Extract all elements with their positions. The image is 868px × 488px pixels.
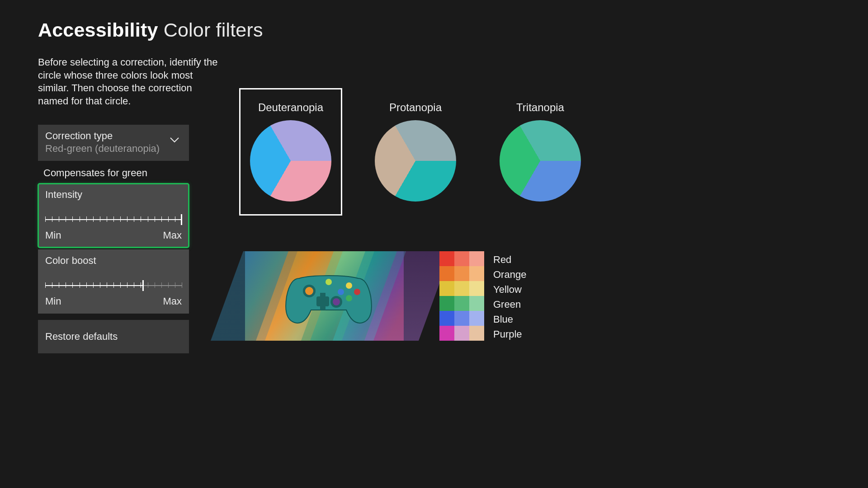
dropdown-label: Correction type bbox=[45, 130, 182, 142]
swatch-label: Yellow bbox=[493, 282, 526, 297]
slider-max-label: Max bbox=[163, 296, 182, 307]
swatch-label: Red bbox=[493, 252, 526, 267]
title-category: Accessibility bbox=[38, 19, 158, 41]
swatch-cell bbox=[439, 281, 454, 296]
preview-image bbox=[245, 251, 404, 341]
svg-point-11 bbox=[326, 279, 332, 285]
swatch-label: Green bbox=[493, 297, 526, 312]
pie-chart-icon bbox=[250, 120, 331, 202]
swatch-label: Purple bbox=[493, 327, 526, 342]
swatch-cell bbox=[454, 296, 469, 311]
color-swatch-legend: RedOrangeYellowGreenBluePurple bbox=[439, 251, 526, 341]
filter-title: Deuteranopia bbox=[249, 101, 333, 114]
swatch-cell bbox=[439, 266, 454, 281]
swatch-cell bbox=[469, 281, 484, 296]
swatch-cell bbox=[469, 266, 484, 281]
swatch-cell bbox=[454, 251, 469, 266]
swatch-cell bbox=[469, 311, 484, 326]
page-title: Accessibility Color filters bbox=[38, 19, 263, 41]
swatch-cell bbox=[454, 311, 469, 326]
svg-point-4 bbox=[346, 282, 352, 289]
svg-point-7 bbox=[338, 289, 344, 295]
slider-min-label: Min bbox=[45, 296, 61, 307]
swatch-cell bbox=[439, 251, 454, 266]
swatch-cell bbox=[439, 326, 454, 341]
slider-thumb[interactable] bbox=[181, 214, 182, 225]
filter-title: Tritanopia bbox=[498, 101, 582, 114]
slider-track[interactable] bbox=[45, 280, 182, 291]
controller-illustration bbox=[281, 265, 376, 328]
swatch-cell bbox=[454, 281, 469, 296]
instructions-text: Before selecting a correction, identify … bbox=[38, 56, 219, 108]
swatch-cell bbox=[469, 326, 484, 341]
pie-chart-icon bbox=[500, 120, 581, 202]
slider-thumb[interactable] bbox=[142, 280, 144, 291]
svg-point-3 bbox=[333, 298, 340, 305]
swatch-cell bbox=[439, 296, 454, 311]
color-boost-slider[interactable]: Color boost Min Max bbox=[38, 249, 189, 314]
title-page: Color filters bbox=[164, 19, 263, 41]
swatch-label: Blue bbox=[493, 312, 526, 327]
slider-max-label: Max bbox=[163, 230, 182, 241]
svg-point-1 bbox=[305, 287, 313, 295]
correction-type-dropdown[interactable]: Correction type Red-green (deuteranopia) bbox=[38, 125, 189, 161]
filter-card-protanopia[interactable]: Protanopia bbox=[364, 89, 467, 215]
chevron-down-icon bbox=[170, 137, 179, 143]
swatch-cell bbox=[469, 296, 484, 311]
svg-point-6 bbox=[346, 295, 352, 301]
restore-defaults-button[interactable]: Restore defaults bbox=[38, 320, 189, 353]
dropdown-value: Red-green (deuteranopia) bbox=[45, 143, 182, 155]
filter-card-tritanopia[interactable]: Tritanopia bbox=[489, 89, 591, 215]
swatch-label: Orange bbox=[493, 267, 526, 282]
swatch-cell bbox=[469, 251, 484, 266]
filter-title: Protanopia bbox=[373, 101, 458, 114]
svg-point-5 bbox=[354, 289, 360, 295]
intensity-slider[interactable]: Intensity Min Max bbox=[38, 183, 189, 248]
slider-label: Color boost bbox=[45, 255, 182, 267]
swatch-cell bbox=[454, 266, 469, 281]
filter-card-deuteranopia[interactable]: Deuteranopia bbox=[240, 89, 342, 215]
svg-rect-10 bbox=[320, 305, 326, 310]
correction-description: Compensates for green bbox=[43, 167, 189, 179]
slider-track[interactable] bbox=[45, 214, 182, 225]
svg-rect-9 bbox=[320, 293, 326, 298]
slider-label: Intensity bbox=[45, 189, 182, 201]
pie-chart-icon bbox=[375, 120, 456, 202]
swatch-cell bbox=[439, 311, 454, 326]
slider-min-label: Min bbox=[45, 230, 61, 241]
swatch-cell bbox=[454, 326, 469, 341]
